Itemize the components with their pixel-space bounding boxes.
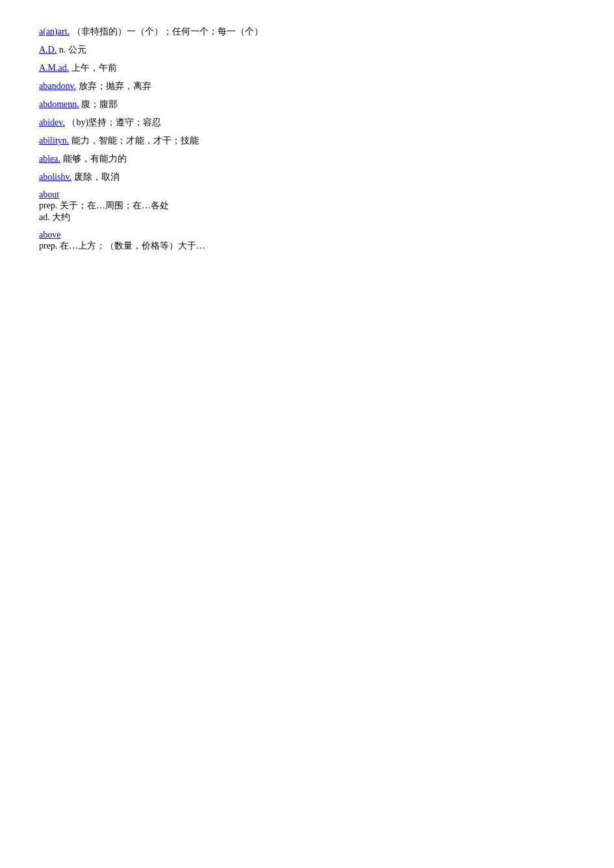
entry-abolish: abolishv. 废除，取消 — [39, 171, 575, 183]
entry-def-abandon: 放弃；抛弃，离弃 — [79, 81, 151, 91]
entry-def-able: 能够，有能力的 — [63, 154, 127, 164]
entry-ad: A.D. n. 公元 — [39, 44, 575, 56]
entry-link-abdomen[interactable]: abdomenn. — [39, 99, 79, 109]
entry-ability: abilityn. 能力，智能；才能，才干；技能 — [39, 135, 575, 147]
entry-abandon: abandonv. 放弃；抛弃，离弃 — [39, 81, 575, 92]
entry-link-ad[interactable]: A.D. — [39, 45, 57, 55]
entry-link-about[interactable]: about — [39, 190, 59, 199]
entry-def-about-prep: prep. 关于；在…周围；在…各处 — [39, 201, 169, 210]
entry-abdomen: abdomenn. 腹；腹部 — [39, 99, 575, 110]
entry-above: above prep. 在…上方；（数量，价格等）大于… — [39, 230, 575, 252]
entry-abide: abidev. （by)坚持；遵守；容忍 — [39, 117, 575, 129]
entry-def-abolish: 废除，取消 — [74, 172, 120, 182]
entry-link-above[interactable]: above — [39, 230, 60, 240]
entry-link-ability[interactable]: abilityn. — [39, 136, 69, 145]
entry-link-abide[interactable]: abidev. — [39, 118, 65, 127]
entry-link-abandon[interactable]: abandonv. — [39, 81, 76, 91]
entry-def-about-ad: ad. 大约 — [39, 212, 70, 222]
entry-a-an: a(an)art. （非特指的）一（个）；任何一个；每一（个） — [39, 26, 575, 38]
entry-def-am: 上午，午前 — [71, 63, 117, 73]
entry-link-abolish[interactable]: abolishv. — [39, 172, 71, 182]
dictionary-content: a(an)art. （非特指的）一（个）；任何一个；每一（个） A.D. n. … — [39, 26, 575, 252]
entry-able: ablea. 能够，有能力的 — [39, 153, 575, 165]
entry-about: about prep. 关于；在…周围；在…各处 ad. 大约 — [39, 190, 575, 223]
entry-link-able[interactable]: ablea. — [39, 154, 60, 164]
entry-link-am[interactable]: A.M.ad. — [39, 63, 69, 73]
entry-link-a-an[interactable]: a(an)art. — [39, 27, 70, 36]
entry-def-a-an: （非特指的）一（个）；任何一个；每一（个） — [72, 27, 263, 36]
entry-def-abdomen: 腹；腹部 — [81, 99, 118, 109]
entry-def-ability: 能力，智能；才能，才干；技能 — [71, 136, 199, 145]
entry-def-abide: （by)坚持；遵守；容忍 — [67, 118, 161, 127]
entry-def-ad: n. 公元 — [59, 45, 86, 55]
entry-def-above: prep. 在…上方；（数量，价格等）大于… — [39, 241, 205, 251]
entry-am: A.M.ad. 上午，午前 — [39, 62, 575, 74]
